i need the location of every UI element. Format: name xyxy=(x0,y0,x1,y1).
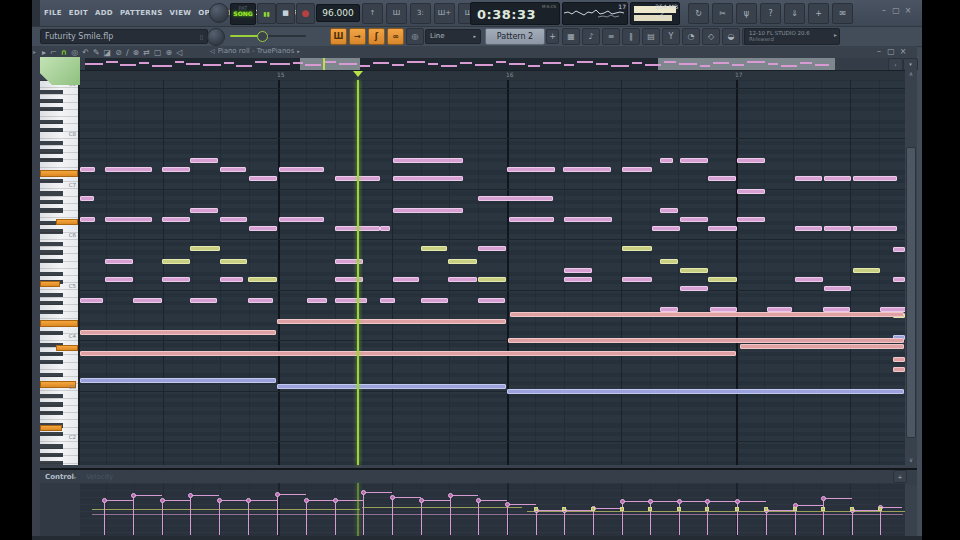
aux-handle[interactable] xyxy=(648,507,652,511)
note[interactable] xyxy=(660,208,678,213)
note[interactable] xyxy=(249,226,277,231)
note[interactable] xyxy=(80,298,103,303)
nudge-up-icon[interactable]: ↑ xyxy=(362,3,383,24)
brush-icon[interactable]: ◪ xyxy=(104,49,112,57)
note[interactable] xyxy=(510,312,904,317)
note[interactable] xyxy=(824,286,851,291)
velocity-stem[interactable] xyxy=(478,500,479,535)
active-key[interactable] xyxy=(56,219,78,225)
note[interactable] xyxy=(220,217,247,222)
note[interactable] xyxy=(80,378,276,383)
note[interactable] xyxy=(248,277,277,282)
velocity-stem[interactable] xyxy=(363,492,364,535)
blend-notes-icon[interactable]: Ш+ xyxy=(434,3,455,24)
master-pitch-knob[interactable] xyxy=(207,28,225,46)
velocity-stem[interactable] xyxy=(421,500,422,535)
note[interactable] xyxy=(478,196,553,201)
delete-icon[interactable]: ⊘ xyxy=(115,49,122,57)
note[interactable] xyxy=(564,217,612,222)
playlist-icon[interactable]: ▦ xyxy=(562,28,580,45)
note[interactable] xyxy=(162,277,190,282)
velocity-handle[interactable] xyxy=(361,490,366,495)
velocity-stem[interactable] xyxy=(104,500,105,535)
note[interactable] xyxy=(220,167,246,172)
menu-item-view[interactable]: VIEW xyxy=(170,9,192,17)
stop-button[interactable]: ■ xyxy=(276,3,295,24)
note[interactable] xyxy=(80,167,95,172)
note[interactable] xyxy=(507,167,555,172)
playback-icon[interactable]: ◁ xyxy=(176,49,182,57)
pr-close-button[interactable]: × xyxy=(898,47,908,56)
velocity-stem[interactable] xyxy=(880,507,881,535)
active-key[interactable] xyxy=(40,281,60,287)
tempo-tap-icon[interactable]: ◔ xyxy=(682,28,700,45)
playhead-marker[interactable] xyxy=(353,71,363,77)
wrench-icon[interactable]: ⌐ xyxy=(50,49,57,57)
pat-song-toggle[interactable]: PAT SONG xyxy=(230,3,256,25)
velocity-stem[interactable] xyxy=(536,510,537,535)
note[interactable] xyxy=(737,158,765,163)
pr-minimize-button[interactable]: – xyxy=(874,47,884,56)
velocity-handle[interactable] xyxy=(505,502,510,507)
aux-handle[interactable] xyxy=(620,507,624,511)
velocity-handle[interactable] xyxy=(677,499,682,504)
velocity-stem[interactable] xyxy=(335,500,336,535)
velocity-handle[interactable] xyxy=(217,498,222,503)
note[interactable] xyxy=(190,208,218,213)
note[interactable] xyxy=(421,298,448,303)
velocity-stem[interactable] xyxy=(852,510,853,535)
piano-roll-titlebar[interactable]: ◁ Piano roll - TruePianos ▸ xyxy=(210,47,300,55)
aux-handle[interactable] xyxy=(735,507,739,511)
note[interactable] xyxy=(80,330,276,335)
note[interactable] xyxy=(622,167,652,172)
note[interactable] xyxy=(478,277,506,282)
note[interactable] xyxy=(80,217,95,222)
velocity-handle[interactable] xyxy=(275,492,280,497)
note[interactable] xyxy=(335,298,367,303)
aux-handle[interactable] xyxy=(764,507,768,511)
aux-handle[interactable] xyxy=(591,507,595,511)
velocity-stem[interactable] xyxy=(248,500,249,535)
note[interactable] xyxy=(393,176,463,181)
note[interactable] xyxy=(133,298,162,303)
time-display[interactable]: M:S:CS 0:38:33 xyxy=(470,2,560,25)
note[interactable] xyxy=(893,247,905,252)
maximize-button[interactable]: ▢ xyxy=(891,6,901,15)
active-key[interactable] xyxy=(40,170,78,177)
velocity-stem[interactable] xyxy=(507,504,508,535)
note[interactable] xyxy=(80,196,94,201)
velocity-stem[interactable] xyxy=(219,500,220,535)
velocity-stem[interactable] xyxy=(593,508,594,535)
note[interactable] xyxy=(508,338,904,343)
menu-item-file[interactable]: FILE xyxy=(44,9,62,17)
velocity-handle[interactable] xyxy=(390,495,395,500)
piano-roll-icon[interactable]: ♪ xyxy=(582,28,600,45)
minimize-button[interactable]: – xyxy=(879,6,889,15)
note[interactable] xyxy=(190,246,220,251)
note[interactable] xyxy=(708,226,737,231)
note[interactable] xyxy=(652,226,680,231)
record-button[interactable]: ● xyxy=(296,3,315,24)
velocity-stem[interactable] xyxy=(450,495,451,535)
plugin-picker-icon[interactable]: Y xyxy=(662,28,680,45)
note[interactable] xyxy=(893,357,905,362)
pr-maximize-button[interactable]: ▢ xyxy=(886,47,896,56)
close-button[interactable]: × xyxy=(903,6,913,15)
browser-icon[interactable]: ▤ xyxy=(642,28,660,45)
note[interactable] xyxy=(277,319,506,324)
note[interactable] xyxy=(708,277,737,282)
note[interactable] xyxy=(393,277,419,282)
active-key[interactable] xyxy=(40,425,62,431)
version-box[interactable]: 12-10 FL STUDIO 20.6 Released xyxy=(744,28,840,45)
note[interactable] xyxy=(380,298,395,303)
note[interactable] xyxy=(853,268,880,273)
note[interactable] xyxy=(853,176,897,181)
note[interactable] xyxy=(478,298,505,303)
step-edit-icon[interactable]: Ш xyxy=(330,28,347,45)
note[interactable] xyxy=(795,277,823,282)
menu-item-patterns[interactable]: PATTERNS xyxy=(120,9,163,17)
volume-slider-thumb[interactable] xyxy=(257,31,268,42)
note[interactable] xyxy=(380,226,390,231)
play-button[interactable]: ▮▮ xyxy=(257,3,276,24)
help-icon[interactable]: ? xyxy=(760,3,781,24)
